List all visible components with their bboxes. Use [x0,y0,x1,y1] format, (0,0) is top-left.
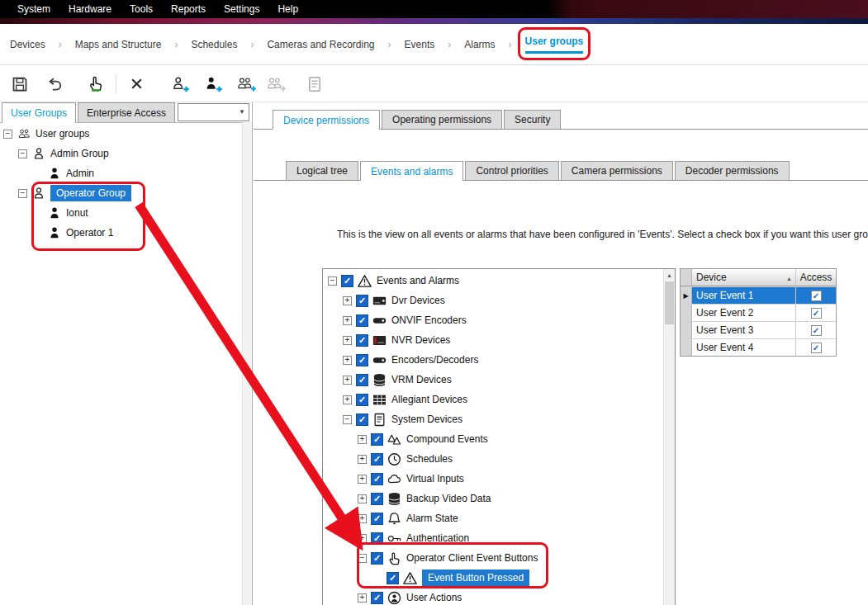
expand-toggle[interactable] [18,149,27,158]
access-checkbox[interactable] [811,343,822,353]
tree-item-admin[interactable]: Admin [0,163,241,183]
expand-toggle[interactable] [343,316,352,325]
events-tree-item-schedules[interactable]: Schedules [323,449,663,469]
events-tree-item-authentication[interactable]: Authentication [323,528,663,548]
menu-hardware[interactable]: Hardware [59,3,121,15]
breadcrumb-cameras-and-recording[interactable]: Cameras and Recording [267,39,374,50]
press-button-hand-button[interactable] [84,73,107,96]
tree-item-operator-1[interactable]: Operator 1 [0,223,241,243]
expand-toggle[interactable] [358,554,367,563]
expand-toggle[interactable] [358,534,367,543]
column-header-device[interactable]: Device [692,269,796,286]
undo-button[interactable] [43,73,66,96]
access-checkbox[interactable] [811,308,822,319]
expand-toggle[interactable] [343,356,352,365]
delete-button[interactable] [125,73,148,96]
tree-item-admin-group[interactable]: Admin Group [0,144,241,163]
events-tree-item-vrm-devices[interactable]: VRM Devices [323,370,663,390]
expand-toggle[interactable] [358,475,367,484]
checkbox-system-devices[interactable] [356,414,368,426]
menu-settings[interactable]: Settings [215,3,268,15]
events-tree-item-dvr-devices[interactable]: Dvr Devices [323,291,663,310]
scrollbar-thumb[interactable] [665,281,674,324]
access-checkbox[interactable] [811,291,822,301]
tab-device-permissions[interactable]: Device permissions [273,110,380,130]
new-user-group-button[interactable] [169,73,192,96]
events-tree-item-nvr-devices[interactable]: NVR Devices [323,330,663,350]
breadcrumb-maps-and-structure[interactable]: Maps and Structure [75,39,162,50]
expand-toggle[interactable] [328,277,337,286]
checkbox-vrm-devices[interactable] [356,374,368,386]
checkbox-allegiant-devices[interactable] [356,394,368,406]
checkbox-operator-client-event-buttons[interactable] [371,552,383,565]
tab-decoder-permissions[interactable]: Decoder permissions [675,161,790,180]
checkbox-nvr-devices[interactable] [356,334,368,347]
breadcrumb-events[interactable]: Events [405,39,435,50]
events-tree-scrollbar[interactable] [663,269,675,605]
expand-toggle[interactable] [18,189,27,198]
column-header-access[interactable]: Access [796,269,836,286]
table-row-user-event-4[interactable]: User Event 4 [681,338,836,356]
tab-security[interactable]: Security [504,110,561,129]
breadcrumb-devices[interactable]: Devices [10,39,45,50]
table-row-user-event-1[interactable]: User Event 1 [681,286,836,304]
new-dual-authorization-group-button[interactable] [202,73,225,96]
checkbox-events-and-alarms[interactable] [341,275,353,287]
events-tree-item-alarm-state[interactable]: Alarm State [323,508,663,528]
events-tree-item-events-and-alarms[interactable]: Events and Alarms [323,271,663,291]
expand-toggle[interactable] [358,455,367,464]
events-tree-item-virtual-inputs[interactable]: Virtual Inputs [323,469,663,489]
tab-camera-permissions[interactable]: Camera permissions [561,161,673,180]
events-tree-item-user-actions[interactable]: User Actions [323,588,663,605]
menu-reports[interactable]: Reports [162,3,215,15]
tree-item-user-groups[interactable]: User groups [0,124,241,144]
breadcrumb-user-groups[interactable]: User groups [525,35,584,54]
events-tree-item-allegiant-devices[interactable]: Allegiant Devices [323,390,663,409]
checkbox-virtual-inputs[interactable] [371,473,383,485]
tab-logical-tree[interactable]: Logical tree [286,161,358,180]
breadcrumb-alarms[interactable]: Alarms [464,39,495,50]
checkbox-backup-video-data[interactable] [371,493,383,505]
table-row-user-event-2[interactable]: User Event 2 [681,304,836,321]
left-panel-scrollbar[interactable] [242,122,252,605]
events-tree-item-system-devices[interactable]: System Devices [323,409,663,429]
checkbox-event-button-pressed[interactable] [387,572,399,584]
expand-toggle[interactable] [343,415,352,424]
expand-toggle[interactable] [343,376,352,385]
checkbox-dvr-devices[interactable] [356,295,368,307]
tree-item-ionut[interactable]: Ionut [0,203,241,223]
user-group-filter-dropdown[interactable] [178,103,249,121]
expand-toggle[interactable] [343,336,352,345]
tab-enterprise-access[interactable]: Enterprise Access [78,102,175,122]
checkbox-authentication[interactable] [371,532,383,545]
checkbox-user-actions[interactable] [371,592,383,604]
expand-toggle[interactable] [358,494,367,503]
expand-toggle[interactable] [343,296,352,305]
events-tree-item-compound-events[interactable]: Compound Events [323,429,663,449]
breadcrumb-schedules[interactable]: Schedules [191,39,237,50]
new-enterprise-user-group-button[interactable] [235,73,259,96]
events-tree-item-onvif-encoders[interactable]: ONVIF Encoders [323,310,663,330]
tab-operating-permissions[interactable]: Operating permissions [382,110,502,129]
expand-toggle[interactable] [358,435,367,444]
expand-toggle[interactable] [358,514,367,523]
checkbox-onvif-encoders[interactable] [356,314,368,327]
menu-tools[interactable]: Tools [121,3,162,15]
tree-item-operator-group[interactable]: Operator Group [0,183,241,203]
menu-system[interactable]: System [8,3,59,15]
expand-toggle[interactable] [358,593,367,603]
checkbox-schedules[interactable] [371,453,383,466]
tab-user-groups[interactable]: User Groups [2,102,76,123]
events-tree-item-event-button-pressed[interactable]: Event Button Pressed [323,568,663,588]
checkbox-compound-events[interactable] [371,433,383,446]
events-tree-item-encoders-decoders[interactable]: Encoders/Decoders [323,350,663,370]
access-checkbox[interactable] [811,325,822,336]
expand-toggle[interactable] [343,395,352,404]
scroll-up-icon[interactable] [664,269,675,281]
save-button[interactable] [8,73,31,96]
tab-control-priorities[interactable]: Control priorities [465,161,558,180]
expand-toggle[interactable] [3,130,12,139]
tab-events-and-alarms[interactable]: Events and alarms [360,161,463,181]
table-row-user-event-3[interactable]: User Event 3 [681,321,836,338]
menu-help[interactable]: Help [268,3,307,15]
